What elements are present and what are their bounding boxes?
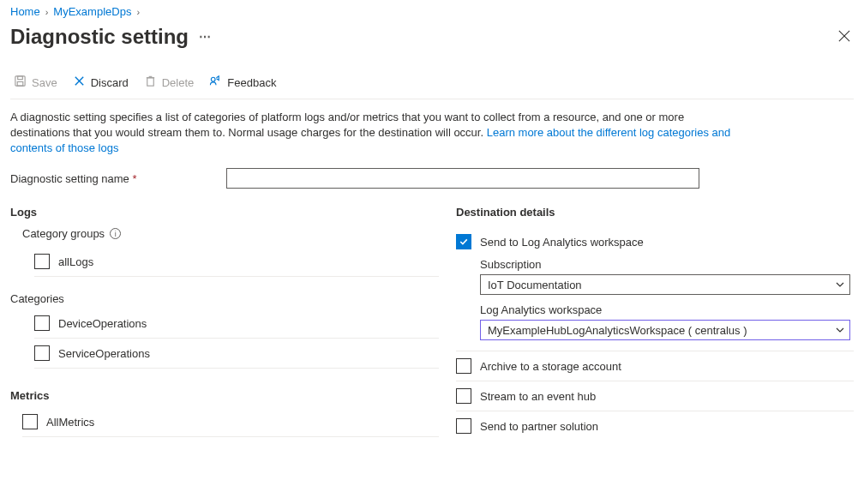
category-row: DeviceOperations — [34, 309, 439, 339]
subscription-value: IoT Documentation — [488, 279, 582, 291]
delete-icon — [144, 75, 157, 90]
category-label: DeviceOperations — [58, 317, 147, 330]
category-row: ServiceOperations — [34, 339, 439, 369]
svg-rect-3 — [18, 76, 23, 80]
category-checkbox[interactable] — [34, 315, 50, 331]
category-groups-heading: Category groups i — [22, 227, 439, 240]
logs-heading: Logs — [10, 206, 439, 219]
eventhub-label: Stream to an event hub — [480, 390, 596, 403]
workspace-value: MyExampleHubLogAnalyticsWorkspace ( cent… — [488, 324, 747, 337]
alllogs-row: allLogs — [34, 247, 439, 277]
more-actions-icon[interactable]: ⋯ — [199, 30, 213, 44]
page-title-text: Diagnostic setting — [10, 25, 189, 49]
breadcrumb-resource[interactable]: MyExampleDps — [53, 5, 131, 18]
eventhub-checkbox[interactable] — [456, 388, 471, 404]
dest-partner: Send to partner solution — [456, 411, 854, 441]
discard-icon — [73, 75, 86, 90]
archive-checkbox[interactable] — [456, 358, 471, 374]
dest-log-analytics: Send to Log Analytics workspace Subscrip… — [456, 227, 854, 351]
destination-heading: Destination details — [456, 206, 854, 219]
diagnostic-name-input[interactable] — [226, 168, 699, 189]
intro-text: A diagnostic setting specifies a list of… — [10, 99, 739, 156]
chevron-right-icon: › — [45, 7, 49, 17]
chevron-down-icon — [836, 280, 844, 289]
breadcrumb: Home › MyExampleDps › — [10, 5, 854, 18]
breadcrumb-home[interactable]: Home — [10, 5, 40, 18]
archive-label: Archive to a storage account — [480, 360, 621, 373]
info-icon[interactable]: i — [110, 228, 121, 239]
subscription-label: Subscription — [480, 258, 854, 271]
diagnostic-name-label: Diagnostic setting name * — [10, 172, 226, 185]
svg-rect-7 — [147, 78, 153, 86]
alllogs-checkbox[interactable] — [34, 254, 50, 269]
page-title: Diagnostic setting ⋯ — [10, 25, 213, 49]
title-row: Diagnostic setting ⋯ — [10, 25, 854, 49]
allmetrics-checkbox[interactable] — [22, 414, 38, 429]
svg-point-10 — [212, 77, 216, 81]
feedback-label: Feedback — [227, 76, 276, 89]
feedback-button[interactable]: Feedback — [209, 75, 276, 90]
dest-eventhub: Stream to an event hub — [456, 381, 854, 411]
delete-button[interactable]: Delete — [144, 75, 195, 90]
discard-label: Discard — [91, 76, 129, 89]
chevron-down-icon — [836, 326, 844, 334]
dest-archive: Archive to a storage account — [456, 351, 854, 381]
category-checkbox[interactable] — [34, 345, 50, 361]
delete-label: Delete — [162, 76, 195, 89]
categories-heading: Categories — [10, 292, 439, 305]
close-icon — [838, 30, 850, 42]
workspace-select[interactable]: MyExampleHubLogAnalyticsWorkspace ( cent… — [480, 320, 850, 340]
save-label: Save — [32, 76, 57, 89]
category-label: ServiceOperations — [58, 347, 150, 360]
save-button[interactable]: Save — [14, 75, 57, 90]
chevron-right-icon: › — [136, 7, 140, 17]
feedback-icon — [209, 75, 222, 90]
checkmark-icon — [459, 237, 469, 247]
alllogs-label: allLogs — [58, 255, 93, 268]
workspace-label: Log Analytics workspace — [480, 303, 854, 316]
discard-button[interactable]: Discard — [73, 75, 129, 90]
svg-rect-2 — [15, 76, 25, 86]
partner-label: Send to partner solution — [480, 420, 598, 433]
partner-checkbox[interactable] — [456, 418, 471, 434]
metrics-heading: Metrics — [10, 389, 439, 402]
toolbar: Save Discard Delete Feedback — [10, 68, 854, 99]
close-button[interactable] — [835, 27, 854, 48]
diagnostic-name-row: Diagnostic setting name * — [10, 168, 854, 189]
allmetrics-label: AllMetrics — [46, 416, 94, 429]
allmetrics-row: AllMetrics — [22, 407, 439, 437]
subscription-select[interactable]: IoT Documentation — [480, 274, 850, 295]
save-icon — [14, 75, 27, 90]
log-analytics-checkbox[interactable] — [456, 234, 471, 249]
log-analytics-label: Send to Log Analytics workspace — [480, 236, 644, 249]
svg-rect-4 — [17, 81, 23, 86]
